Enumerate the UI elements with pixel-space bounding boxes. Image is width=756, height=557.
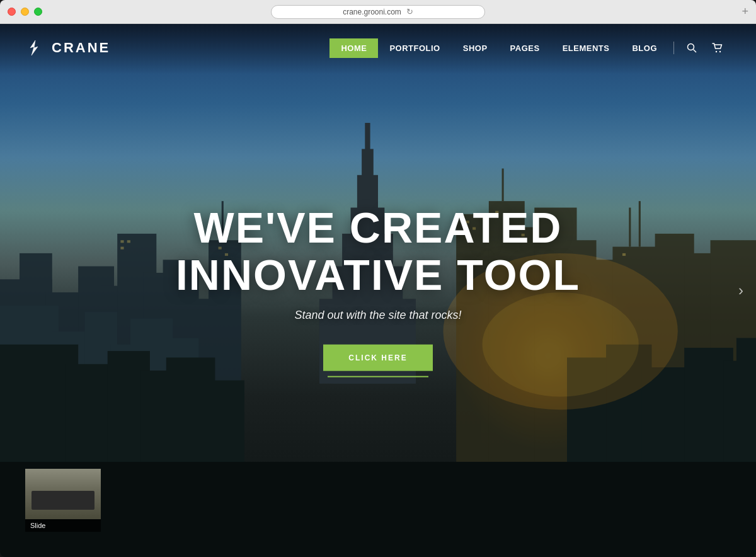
hero-title: WE'VE CREATED INNOVATIVE TOOL <box>0 204 756 299</box>
maximize-button[interactable] <box>34 8 42 16</box>
btn-decoration-line <box>328 376 428 377</box>
hero-cta-wrapper: CLICK HERE <box>0 344 756 377</box>
slider-thumbnail[interactable]: Slide <box>25 469 101 532</box>
minimize-button[interactable] <box>21 8 29 16</box>
nav-divider <box>673 42 674 54</box>
new-tab-button[interactable]: + <box>742 5 748 18</box>
hero-cta-button[interactable]: CLICK HERE <box>323 344 432 370</box>
svg-marker-63 <box>30 40 38 55</box>
hero-section: CRANE HOME PORTFOLIO SHOP PAGES <box>0 24 756 557</box>
hero-subtitle: Stand out with the site that rocks! <box>0 308 756 321</box>
slider-label: Slide <box>25 519 101 532</box>
svg-point-66 <box>716 51 717 52</box>
nav-link-home[interactable]: HOME <box>329 38 378 58</box>
nav-link-portfolio[interactable]: PORTFOLIO <box>378 38 451 58</box>
svg-point-64 <box>688 44 694 50</box>
svg-point-67 <box>719 51 721 52</box>
nav-divider-item <box>668 42 679 54</box>
nav-link-pages[interactable]: PAGES <box>499 38 551 58</box>
search-button[interactable] <box>679 38 704 58</box>
url-text: crane.grooni.com <box>343 8 401 16</box>
close-button[interactable] <box>8 8 16 16</box>
hero-title-line2: INNOVATIVE TOOL <box>176 251 580 299</box>
nav-link-shop[interactable]: SHOP <box>452 38 499 58</box>
mac-window-controls <box>8 8 42 16</box>
mac-titlebar: crane.grooni.com ↻ + <box>0 0 756 24</box>
nav-item-home: HOME <box>329 38 378 58</box>
nav-item-search <box>679 38 704 58</box>
crane-logo-icon <box>25 38 45 58</box>
nav-item-pages: PAGES <box>499 38 551 58</box>
nav-item-cart <box>704 38 731 58</box>
svg-line-65 <box>694 50 697 53</box>
logo-link[interactable]: CRANE <box>25 38 110 58</box>
nav-item-portfolio: PORTFOLIO <box>378 38 451 58</box>
nav-item-blog: BLOG <box>621 38 668 58</box>
refresh-icon[interactable]: ↻ <box>406 7 413 16</box>
mac-window: crane.grooni.com ↻ + <box>0 0 756 557</box>
svg-rect-26 <box>502 168 504 201</box>
nav-menu: HOME PORTFOLIO SHOP PAGES ELEMENTS <box>329 38 731 58</box>
nav-link-elements[interactable]: ELEMENTS <box>551 38 621 58</box>
cart-button[interactable] <box>704 38 731 58</box>
nav-item-elements: ELEMENTS <box>551 38 621 58</box>
navbar: CRANE HOME PORTFOLIO SHOP PAGES <box>0 24 756 72</box>
logo-text: CRANE <box>52 40 110 56</box>
svg-rect-50 <box>0 462 756 557</box>
slider-arrow-right[interactable]: › <box>738 282 743 299</box>
address-bar[interactable]: crane.grooni.com ↻ <box>271 5 485 19</box>
cart-icon <box>712 43 723 53</box>
nav-link-blog[interactable]: BLOG <box>621 38 668 58</box>
search-icon <box>687 43 697 53</box>
nav-item-shop: SHOP <box>452 38 499 58</box>
slider-thumb-image <box>25 469 101 519</box>
hero-title-line1: WE'VE CREATED <box>194 204 563 251</box>
browser-content: CRANE HOME PORTFOLIO SHOP PAGES <box>0 24 756 557</box>
desk-image <box>25 469 101 519</box>
hero-content: WE'VE CREATED INNOVATIVE TOOL Stand out … <box>0 204 756 377</box>
